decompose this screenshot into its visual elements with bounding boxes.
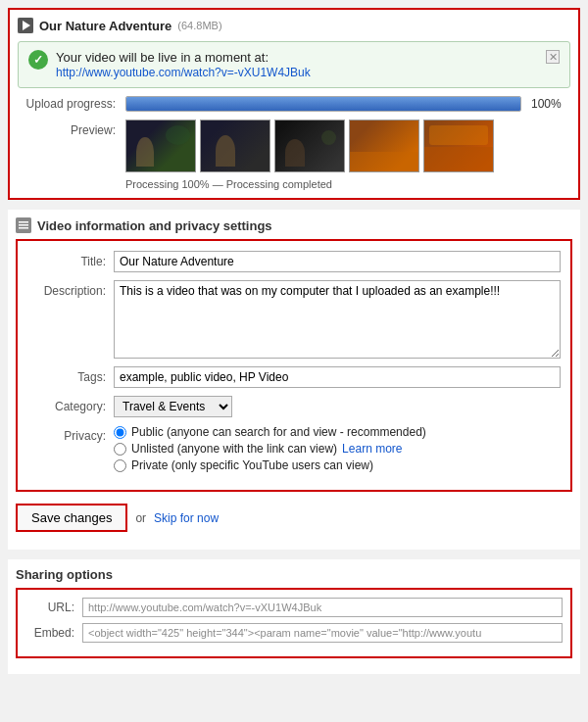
description-label: Description:	[27, 280, 106, 298]
description-input[interactable]	[114, 280, 561, 359]
upload-section: Our Nature Adventure (64.8MB) ✓ Your vid…	[8, 8, 580, 200]
progress-row: Upload progress: 100%	[18, 96, 570, 112]
preview-row: Preview:	[18, 120, 570, 172]
section-header: Video information and privacy settings	[8, 217, 580, 239]
svg-rect-5	[19, 227, 28, 229]
form-section: Title: Description: Tags: Category: Trav…	[16, 239, 572, 492]
privacy-private-radio[interactable]	[114, 459, 126, 472]
settings-icon	[16, 217, 31, 233]
svg-rect-4	[19, 224, 28, 226]
embed-label: Embed:	[25, 626, 74, 640]
upload-notice: ✓ Your video will be live in a moment at…	[18, 41, 570, 88]
sharing-title: Sharing options	[16, 567, 113, 582]
privacy-public-radio[interactable]	[114, 426, 126, 439]
notice-bold-text: Your video will be live in a moment at:	[56, 50, 311, 65]
tags-label: Tags:	[27, 366, 106, 384]
check-icon: ✓	[28, 50, 48, 70]
privacy-label: Privacy:	[27, 425, 106, 443]
privacy-unlisted-label: Unlisted (anyone with the link can view)	[131, 442, 337, 456]
embed-row: Embed:	[25, 623, 563, 643]
notice-text: Your video will be live in a moment at: …	[56, 50, 311, 79]
thumbnail-4	[349, 120, 419, 172]
thumbnail-5	[423, 120, 494, 172]
sharing-header: Sharing options	[8, 567, 580, 588]
close-icon[interactable]: ✕	[546, 50, 560, 64]
description-row: Description:	[27, 280, 561, 359]
category-label: Category:	[27, 396, 106, 413]
category-select[interactable]: Travel & Events Film & Animation Music P…	[114, 396, 232, 417]
privacy-row: Privacy: Public (anyone can search for a…	[27, 425, 561, 472]
url-label: URL:	[25, 601, 74, 614]
notice-link[interactable]: http://www.youtube.com/watch?v=-vXU1W4JB…	[56, 66, 311, 79]
privacy-public-label: Public (anyone can search for and view -…	[131, 425, 426, 439]
category-select-wrap: Travel & Events Film & Animation Music P…	[114, 396, 232, 417]
thumbnail-1	[125, 120, 196, 172]
or-text: or	[135, 511, 146, 525]
upload-size: (64.8MB)	[177, 20, 221, 31]
privacy-unlisted-row: Unlisted (anyone with the link can view)…	[114, 442, 426, 456]
upload-title-bar: Our Nature Adventure (64.8MB)	[18, 18, 570, 33]
info-section-title: Video information and privacy settings	[37, 218, 272, 233]
sharing-form: URL: Embed:	[16, 588, 572, 658]
url-row: URL:	[25, 598, 563, 617]
privacy-private-row: Private (only specific YouTube users can…	[114, 458, 426, 472]
thumbnails	[125, 120, 494, 172]
privacy-public-row: Public (anyone can search for and view -…	[114, 425, 426, 439]
save-changes-button[interactable]: Save changes	[16, 504, 127, 532]
privacy-unlisted-radio[interactable]	[114, 443, 126, 456]
skip-link[interactable]: Skip for now	[154, 511, 219, 525]
progress-pct: 100%	[531, 97, 570, 111]
tags-row: Tags:	[27, 366, 561, 388]
title-input[interactable]	[114, 251, 561, 272]
privacy-radio-group: Public (anyone can search for and view -…	[114, 425, 426, 472]
notice-content: ✓ Your video will be live in a moment at…	[28, 50, 311, 79]
title-label: Title:	[27, 251, 106, 268]
save-row: Save changes or Skip for now	[8, 500, 580, 542]
upload-title: Our Nature Adventure	[39, 19, 172, 33]
privacy-learn-more-link[interactable]: Learn more	[342, 442, 402, 456]
embed-input[interactable]	[82, 623, 563, 643]
category-row: Category: Travel & Events Film & Animati…	[27, 396, 561, 417]
progress-bar-container	[125, 96, 521, 112]
video-icon	[18, 18, 33, 33]
info-section: Video information and privacy settings T…	[8, 210, 580, 550]
progress-label: Upload progress:	[18, 97, 116, 111]
preview-label: Preview:	[18, 120, 116, 137]
url-input[interactable]	[82, 598, 563, 617]
svg-rect-3	[19, 221, 28, 223]
privacy-private-label: Private (only specific YouTube users can…	[131, 458, 373, 472]
title-row: Title:	[27, 251, 561, 272]
tags-input[interactable]	[114, 366, 561, 388]
processing-text: Processing 100% — Processing completed	[125, 178, 570, 190]
thumbnail-3	[274, 120, 345, 172]
sharing-section: Sharing options URL: Embed:	[8, 559, 580, 674]
thumbnail-2	[200, 120, 270, 172]
progress-bar-fill	[126, 97, 520, 111]
